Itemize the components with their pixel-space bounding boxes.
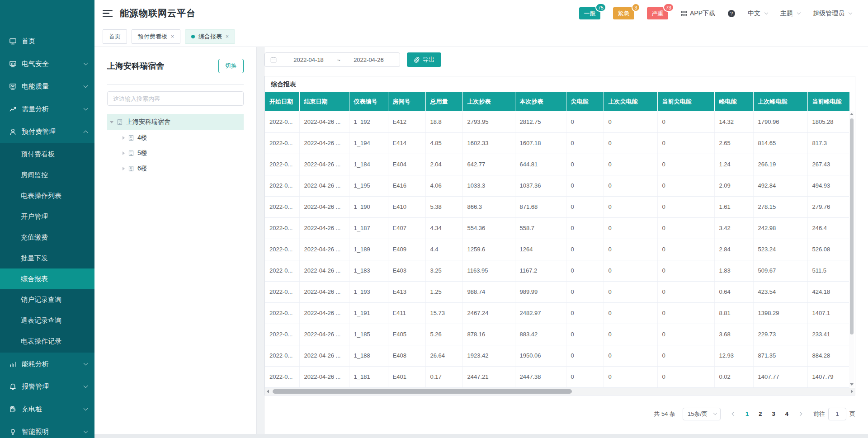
table-cell: E413 (388, 281, 425, 302)
sidebar-item-能耗分析[interactable]: 能耗分析 (0, 353, 94, 375)
theme-switcher[interactable]: 主题 (780, 9, 800, 18)
sidebar-subitem-退表记录查询[interactable]: 退表记录查询 (0, 310, 94, 331)
table-row[interactable]: 2022-0...2022-04-26 ...1_191E41115.73246… (265, 302, 849, 324)
sidebar-subitem-开户管理[interactable]: 开户管理 (0, 206, 94, 227)
tree-node-root[interactable]: 上海安科瑞宿舍 (107, 114, 244, 130)
switch-site-button[interactable]: 切换 (218, 59, 244, 73)
app-download-link[interactable]: APP下载 (681, 9, 715, 18)
user-menu[interactable]: 超级管理员 (813, 9, 852, 18)
page-size-select[interactable]: 15条/页 (683, 408, 721, 420)
caret-right-icon[interactable] (123, 151, 125, 155)
page-number-1[interactable]: 1 (745, 410, 749, 417)
table-row[interactable]: 2022-0...2022-04-26 ...1_194E4144.851602… (265, 132, 849, 154)
export-button[interactable]: 导出 (407, 52, 441, 67)
alarm-button-严重[interactable]: 严重73 (647, 7, 668, 19)
table-cell: 2447.38 (515, 366, 566, 387)
table-row[interactable]: 2022-0...2022-04-26 ...1_181E4010.172447… (265, 366, 849, 387)
sidebar-subitem-批量下发[interactable]: 批量下发 (0, 248, 94, 268)
sidebar-subitem-充值缴费[interactable]: 充值缴费 (0, 227, 94, 248)
sidebar-item-充电桩[interactable]: 充电桩 (0, 398, 94, 420)
goto-page-input[interactable] (828, 408, 846, 420)
sidebar-item-电能质量[interactable]: 电能质量 (0, 75, 94, 98)
sidebar-item-电气安全[interactable]: 电气安全 (0, 52, 94, 75)
table-row[interactable]: 2022-0...2022-04-26 ...1_192E41218.82793… (265, 111, 849, 132)
tree-search-input[interactable] (107, 91, 244, 106)
column-header-尖电能[interactable]: 尖电能 (566, 92, 604, 111)
tree-node-5楼[interactable]: 5楼 (107, 146, 244, 161)
column-header-峰电能[interactable]: 峰电能 (714, 92, 753, 111)
table-cell: 0 (566, 196, 604, 217)
prev-page-button[interactable] (732, 412, 736, 416)
table-row[interactable]: 2022-0...2022-04-26 ...1_195E4164.061033… (265, 175, 849, 196)
sidebar-subitem-房间监控[interactable]: 房间监控 (0, 165, 94, 185)
menu-collapse-icon[interactable] (103, 10, 113, 17)
scroll-down-icon[interactable] (850, 383, 854, 386)
report-table: 开始日期结束日期仪表编号房间号总用量上次抄表本次抄表尖电能上次尖电能当前尖电能峰… (265, 92, 849, 388)
end-date[interactable]: 2022-04-26 (343, 57, 394, 63)
sidebar-item-报警管理[interactable]: 报警管理 (0, 375, 94, 398)
table-row[interactable]: 2022-0...2022-04-26 ...1_184E4042.04642.… (265, 154, 849, 175)
chevron-down-icon (84, 384, 88, 388)
column-header-开始日期[interactable]: 开始日期 (265, 92, 299, 111)
table-row[interactable]: 2022-0...2022-04-26 ...1_189E4094.41259.… (265, 239, 849, 260)
close-icon[interactable]: × (171, 34, 174, 39)
column-header-仪表编号[interactable]: 仪表编号 (349, 92, 388, 111)
close-icon[interactable]: × (226, 34, 229, 39)
sidebar-item-需量分析[interactable]: 需量分析 (0, 98, 94, 120)
column-header-上次尖电能[interactable]: 上次尖电能 (604, 92, 657, 111)
start-date[interactable]: 2022-04-18 (283, 57, 334, 63)
language-switcher[interactable]: 中文 (748, 9, 768, 18)
column-header-总用量[interactable]: 总用量 (425, 92, 462, 111)
table-row[interactable]: 2022-0...2022-04-26 ...1_190E4105.38866.… (265, 196, 849, 217)
table-row[interactable]: 2022-0...2022-04-26 ...1_188E40826.64192… (265, 345, 849, 366)
horizontal-scroll-thumb[interactable] (273, 389, 572, 394)
alarm-button-紧急[interactable]: 紧急3 (613, 7, 634, 19)
table-cell: 18.8 (425, 111, 462, 132)
caret-right-icon[interactable] (123, 167, 125, 170)
table-cell: 2.09 (714, 175, 753, 196)
sidebar-subitem-电表操作记录[interactable]: 电表操作记录 (0, 331, 94, 352)
tree-node-6楼[interactable]: 6楼 (107, 161, 244, 176)
column-header-上次峰电能[interactable]: 上次峰电能 (753, 92, 807, 111)
column-header-房间号[interactable]: 房间号 (388, 92, 425, 111)
sidebar-subitem-综合报表[interactable]: 综合报表 (0, 268, 94, 289)
sidebar-subitem-电表操作列表[interactable]: 电表操作列表 (0, 185, 94, 206)
vertical-scrollbar[interactable] (849, 111, 854, 387)
sidebar-item-预付费管理[interactable]: 预付费管理 (0, 120, 94, 143)
sidebar-item-智能照明[interactable]: 智能照明 (0, 420, 94, 438)
scroll-left-icon[interactable] (267, 390, 269, 393)
page-number-4[interactable]: 4 (785, 410, 788, 417)
page-number-2[interactable]: 2 (759, 410, 762, 417)
page-number-3[interactable]: 3 (772, 410, 775, 417)
sidebar-subitem-预付费看板[interactable]: 预付费看板 (0, 144, 94, 165)
table-row[interactable]: 2022-0...2022-04-26 ...1_185E4055.26878.… (265, 324, 849, 345)
column-header-当前峰电能[interactable]: 当前峰电能 (807, 92, 849, 111)
scroll-right-icon[interactable] (851, 390, 853, 393)
date-range-picker[interactable]: 2022-04-18 ~ 2022-04-26 (264, 52, 400, 67)
tab-综合报表[interactable]: 综合报表× (185, 29, 235, 44)
alarm-button-一般[interactable]: 一般75 (579, 7, 600, 19)
tab-首页[interactable]: 首页 (103, 29, 127, 44)
column-header-当前尖电能[interactable]: 当前尖电能 (657, 92, 714, 111)
table-cell: 2022-04-26 ... (299, 302, 349, 324)
table-row[interactable]: 2022-0...2022-04-26 ...1_193E4131.25988.… (265, 281, 849, 302)
table-cell: 2022-04-26 ... (299, 345, 349, 366)
caret-down-icon[interactable] (110, 121, 113, 123)
column-header-本次抄表[interactable]: 本次抄表 (515, 92, 566, 111)
table-row[interactable]: 2022-0...2022-04-26 ...1_187E4074.34554.… (265, 217, 849, 239)
vertical-scroll-thumb[interactable] (850, 118, 854, 334)
next-page-button[interactable] (798, 412, 802, 416)
sidebar-subitem-销户记录查询[interactable]: 销户记录查询 (0, 289, 94, 310)
tab-预付费看板[interactable]: 预付费看板× (132, 29, 180, 44)
caret-right-icon[interactable] (123, 136, 125, 140)
table-cell: 1950.06 (515, 345, 566, 366)
table-row[interactable]: 2022-0...2022-04-26 ...1_183E4033.251163… (265, 260, 849, 281)
column-header-上次抄表[interactable]: 上次抄表 (462, 92, 515, 111)
tree-node-4楼[interactable]: 4楼 (107, 130, 244, 146)
column-header-结束日期[interactable]: 结束日期 (299, 92, 349, 111)
sidebar-item-label: 智能照明 (22, 428, 49, 436)
horizontal-scrollbar[interactable] (265, 388, 855, 395)
sidebar-item-首页[interactable]: 首页 (0, 30, 94, 52)
help-icon[interactable]: ? (728, 10, 735, 17)
scroll-up-icon[interactable] (850, 113, 854, 115)
